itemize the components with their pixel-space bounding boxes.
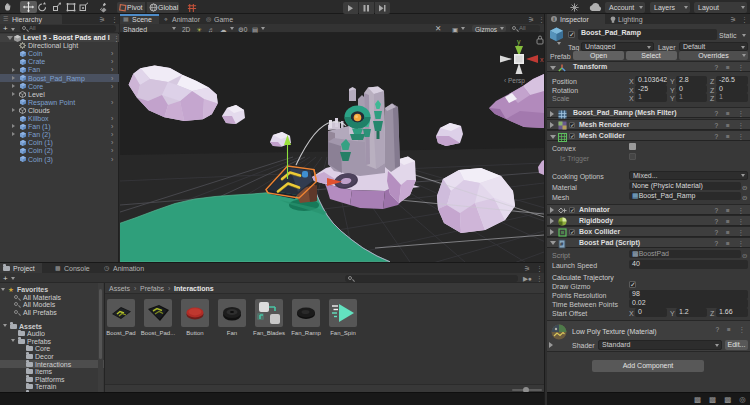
svg-text:‹ Persp: ‹ Persp <box>504 77 525 85</box>
svg-text:y: y <box>517 38 521 46</box>
